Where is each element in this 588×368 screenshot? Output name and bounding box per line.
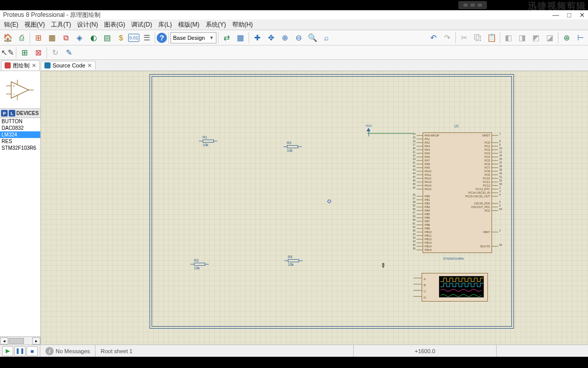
pick-badge-icon[interactable]: P [1, 110, 8, 117]
menu-item[interactable]: 帮助(H) [229, 19, 256, 30]
money-icon[interactable]: $ [114, 31, 128, 44]
scroll-thumb[interactable] [9, 338, 24, 344]
device-list-item[interactable]: STM32F103R6 [0, 145, 40, 151]
menu-item[interactable]: 设计(N) [74, 19, 101, 30]
library-badge-icon[interactable]: L [9, 110, 15, 117]
svg-text:59: 59 [412, 218, 415, 221]
delete-sheet-icon[interactable]: ⊠ [32, 46, 45, 59]
svg-text:35: 35 [412, 243, 415, 246]
svg-text:29: 29 [412, 229, 415, 232]
menu-item[interactable]: 图表(G) [101, 19, 128, 30]
zoom-area-icon[interactable]: ⌕ [320, 31, 333, 44]
svg-text:49: 49 [412, 182, 415, 186]
close-tab-icon[interactable]: ✕ [87, 62, 92, 69]
svg-text:37: 37 [499, 161, 502, 164]
device-list-item[interactable]: RES [0, 138, 40, 145]
info-icon: i [45, 347, 54, 355]
undo-icon[interactable]: ↶ [427, 31, 440, 44]
pcb-icon[interactable]: ▦ [45, 31, 59, 44]
gerber-icon[interactable]: ◈ [73, 31, 86, 44]
block-delete-icon[interactable]: ◪ [543, 31, 556, 44]
oscilloscope-component[interactable]: ABCD [412, 273, 490, 303]
pick-icon[interactable]: ⊛ [560, 31, 573, 44]
block-move-icon[interactable]: ◨ [516, 31, 529, 44]
home-icon[interactable]: 🏠 [1, 31, 14, 44]
scroll-left-icon[interactable]: ◂ [0, 337, 8, 344]
cut-icon[interactable]: ✂ [457, 31, 471, 44]
list-icon[interactable]: ☰ [140, 31, 153, 44]
menu-item[interactable]: 视图(V) [21, 19, 48, 30]
sim-stop-button[interactable]: ■ [27, 346, 38, 356]
svg-text:PA6: PA6 [425, 155, 430, 158]
svg-text:PB15: PB15 [425, 248, 431, 251]
status-messages: No Messages [56, 348, 90, 354]
close-tab-icon[interactable]: ✕ [32, 62, 36, 69]
sim-play-button[interactable]: ▶ [2, 346, 13, 356]
edit-icon[interactable]: ✎ [62, 46, 76, 59]
menu-item[interactable]: 模版(M) [175, 19, 203, 30]
horizontal-scrollbar[interactable]: ◂ ▸ [0, 336, 40, 344]
resistor-component[interactable]: R110k [203, 135, 214, 147]
tool-wire-icon[interactable]: ↖✎ [1, 46, 14, 59]
schematic-canvas[interactable]: R110kR210kR310kR410k VDD ✎ U1 14PA0-WKUP… [41, 71, 588, 344]
pan-icon[interactable]: ✥ [264, 31, 278, 44]
resistor-component[interactable]: R310k [194, 259, 205, 270]
mcu-component[interactable]: U1 14PA0-WKUP15PA116PA217PA320PA421PA522… [412, 129, 502, 256]
menu-item[interactable]: 工具(T) [48, 19, 74, 30]
rotate-icon[interactable]: ↻ [48, 46, 62, 59]
minimize-button[interactable]: — [552, 11, 559, 19]
svg-text:16: 16 [412, 140, 415, 143]
schematic-icon[interactable]: ⊞ [32, 31, 45, 44]
document-tabs: 图绘制✕Source Code✕ [0, 60, 588, 71]
svg-text:PC4: PC4 [484, 155, 490, 158]
menu-item[interactable]: 辑(E) [1, 19, 21, 30]
origin-icon[interactable]: ✚ [251, 31, 264, 44]
lcd-icon[interactable]: 0.01 [128, 34, 139, 42]
svg-text:PC9: PC9 [484, 173, 490, 176]
menu-item[interactable]: 库(L) [155, 19, 175, 30]
save-icon[interactable]: ⎙ [15, 31, 28, 44]
menu-item[interactable]: 系统(Y) [203, 19, 229, 30]
document-tab[interactable]: 图绘制✕ [1, 60, 40, 71]
transfer-icon[interactable]: ⇄ [220, 31, 233, 44]
close-button[interactable]: ✕ [579, 11, 585, 19]
redo-icon[interactable]: ↷ [440, 31, 454, 44]
svg-text:PB9: PB9 [425, 227, 430, 230]
add-sheet-icon[interactable]: ⊞ [18, 46, 31, 59]
document-tab[interactable]: Source Code✕ [41, 61, 95, 70]
doc-icon[interactable]: ▤ [101, 31, 114, 44]
zoom-in-icon[interactable]: ⊕ [278, 31, 291, 44]
svg-text:PA1: PA1 [425, 137, 430, 141]
chevron-down-icon: ▼ [209, 35, 214, 40]
copy-icon[interactable]: ⿻ [471, 31, 484, 44]
zoom-out-icon[interactable]: ⊖ [292, 31, 305, 44]
bom-icon[interactable]: ◐ [87, 31, 100, 44]
sim-pause-button[interactable]: ❚❚ [14, 346, 26, 356]
svg-text:PA4: PA4 [425, 148, 430, 151]
scroll-right-icon[interactable]: ▸ [32, 337, 40, 344]
design-variant-combo[interactable]: Base Design ▼ [170, 32, 216, 43]
device-list-item[interactable]: BUTTON [0, 118, 40, 125]
device-list[interactable]: BUTTONDAC0832LM324RESSTM32F103R6 [0, 118, 40, 336]
help-icon[interactable]: ? [157, 33, 167, 43]
paste-icon[interactable]: 📋 [485, 31, 498, 44]
zoom-all-icon[interactable]: 🔍 [306, 31, 319, 44]
3d-icon[interactable]: ⧉ [59, 31, 72, 44]
svg-text:34: 34 [412, 240, 415, 243]
device-list-item[interactable]: LM324 [0, 131, 40, 138]
resistor-component[interactable]: R410k [288, 255, 299, 266]
vdd-power-symbol[interactable]: VDD [365, 124, 372, 136]
block-copy-icon[interactable]: ◧ [502, 31, 515, 44]
svg-text:PA5: PA5 [425, 152, 430, 155]
grid-icon[interactable]: ▦ [234, 31, 247, 44]
svg-text:PC7: PC7 [484, 166, 490, 169]
menu-item[interactable]: 调试(D) [128, 19, 155, 30]
resistor-component[interactable]: R210k [287, 141, 298, 152]
svg-text:PD2: PD2 [484, 209, 490, 212]
maximize-button[interactable]: □ [567, 11, 571, 19]
block-rotate-icon[interactable]: ◩ [529, 31, 543, 44]
wire-icon[interactable]: ⊢ [574, 31, 587, 44]
svg-text:28: 28 [412, 200, 415, 203]
svg-text:PB5: PB5 [425, 213, 430, 216]
device-list-item[interactable]: DAC0832 [0, 125, 40, 131]
